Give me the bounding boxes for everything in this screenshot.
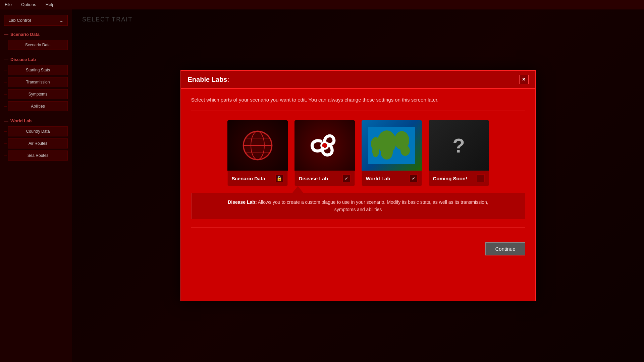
lab-card-disease-check: ✓ (342, 174, 351, 182)
sidebar-section-world-label: World Lab (10, 118, 32, 123)
menu-options[interactable]: Options (19, 1, 38, 8)
modal-overlay: Enable Labs: × Select which parts of you… (72, 9, 644, 362)
sidebar-btn-transmission[interactable]: Transmission (8, 77, 68, 87)
lab-card-disease-label: Disease Lab (299, 176, 328, 181)
sidebar-section-disease-label: Disease Lab (10, 57, 36, 62)
modal-divider-top (191, 111, 525, 111)
info-box-text: Disease Lab: Allows you to create a cust… (198, 198, 518, 214)
lab-card-world-check: ✓ (410, 174, 418, 182)
modal-body: Select which parts of your scenario you … (181, 89, 535, 236)
modal-title: Enable Labs: (188, 76, 229, 83)
dash-icon-2: — (4, 57, 8, 62)
svg-point-15 (372, 145, 379, 157)
lab-card-disease-footer: Disease Lab ✓ (294, 171, 355, 186)
lab-card-world-label: World Lab (366, 176, 390, 181)
dash-icon: — (4, 32, 8, 37)
lab-card-scenario-label: Scenario Data (232, 176, 265, 181)
sidebar-btn-scenario-data[interactable]: Scenario Data (8, 40, 68, 50)
menu-help[interactable]: Help (44, 1, 57, 8)
sidebar-section-scenario-label: Scenario Data (10, 32, 40, 37)
sidebar-section-disease-header: — Disease Lab (0, 55, 72, 64)
continue-btn-area: Continue (181, 236, 535, 263)
sidebar-section-world: — World Lab Country Data Air Routes Sea … (0, 116, 72, 162)
sidebar-btn-symptoms[interactable]: Symptoms (8, 89, 68, 99)
modal-header: Enable Labs: × (181, 71, 535, 89)
world-map-icon (368, 127, 415, 164)
sidebar-btn-starting-stats[interactable]: Starting Stats (8, 65, 68, 75)
sidebar-section-disease: — Disease Lab Starting Stats Transmissio… (0, 55, 72, 112)
sidebar-section-scenario: — Scenario Data Scenario Data (0, 30, 72, 51)
biohazard-icon (306, 127, 343, 164)
sidebar: Lab Control ... — Scenario Data Scenario… (0, 9, 72, 362)
svg-point-11 (381, 145, 393, 160)
modal-divider-bottom (191, 227, 525, 228)
sidebar-section-scenario-header: — Scenario Data (0, 30, 72, 39)
question-mark-icon: ? (452, 134, 465, 157)
lab-control-dots: ... (60, 18, 63, 23)
lab-card-scenario-image (227, 120, 288, 171)
lab-card-disease[interactable]: Disease Lab ✓ (294, 120, 355, 186)
lab-card-world[interactable]: World Lab ✓ (362, 120, 422, 186)
lab-card-coming-check (477, 174, 485, 182)
tooltip-arrow (292, 186, 303, 193)
main-area: SELECT TRAIT Enable Labs: × Select which… (72, 9, 644, 362)
lab-card-coming-image: ? (429, 120, 489, 171)
sidebar-btn-country-data[interactable]: Country Data (8, 126, 68, 136)
svg-point-13 (400, 145, 410, 156)
lab-card-scenario-lock: 🔒 (275, 174, 283, 182)
lab-card-coming-footer: Coming Soon! (429, 171, 489, 186)
lab-card-world-footer: World Lab ✓ (362, 171, 422, 186)
menu-file[interactable]: File (3, 1, 14, 8)
dash-icon-3: — (4, 118, 8, 123)
lab-card-coming-soon[interactable]: ? Coming Soon! (429, 120, 489, 186)
sidebar-btn-abilities[interactable]: Abilities (8, 101, 68, 111)
menu-bar: File Options Help (0, 0, 644, 9)
sidebar-btn-sea-routes[interactable]: Sea Routes (8, 150, 68, 161)
info-box-description: Allows you to create a custom plague to … (258, 199, 488, 212)
info-box-title: Disease Lab: (228, 199, 257, 205)
lab-control-button[interactable]: Lab Control ... (4, 15, 68, 26)
continue-button[interactable]: Continue (485, 242, 525, 255)
info-box: Disease Lab: Allows you to create a cust… (191, 193, 525, 219)
lab-cards-container: Scenario Data 🔒 (191, 120, 525, 186)
lab-control-label: Lab Control (8, 18, 31, 23)
lab-card-disease-image (294, 120, 355, 171)
sidebar-section-world-header: — World Lab (0, 116, 72, 125)
lab-card-world-image (362, 120, 422, 171)
sidebar-btn-air-routes[interactable]: Air Routes (8, 138, 68, 148)
enable-labs-modal: Enable Labs: × Select which parts of you… (180, 70, 536, 301)
modal-close-button[interactable]: × (519, 75, 529, 84)
lab-card-coming-label: Coming Soon! (433, 176, 467, 181)
modal-description: Select which parts of your scenario you … (191, 97, 525, 103)
globe-icon (241, 129, 274, 162)
lab-card-scenario[interactable]: Scenario Data 🔒 (227, 120, 288, 186)
lab-card-scenario-footer: Scenario Data 🔒 (227, 171, 288, 186)
